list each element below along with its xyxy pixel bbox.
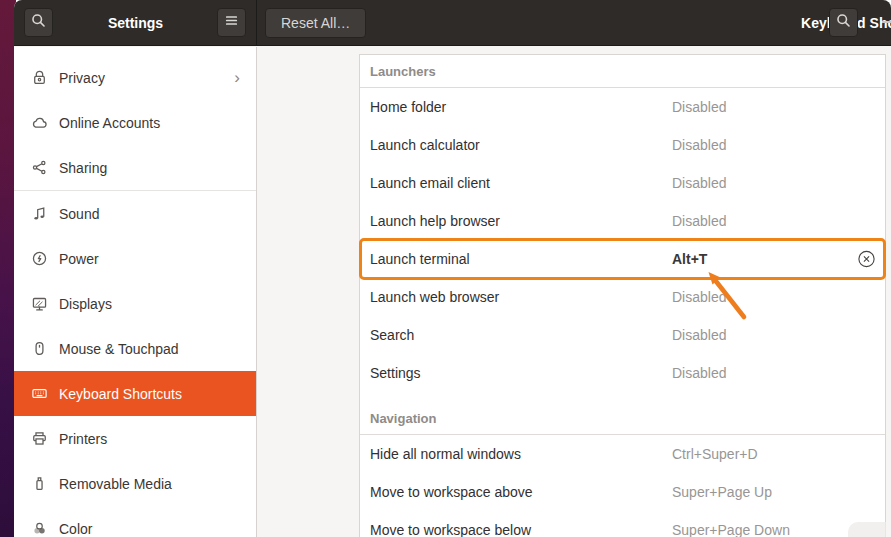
shortcut-row-launch-calculator[interactable]: Launch calculator Disabled	[360, 126, 885, 164]
sidebar-item-printers[interactable]: Printers	[14, 416, 256, 461]
shortcut-search-button[interactable]	[829, 8, 858, 37]
share-icon	[30, 159, 48, 177]
sidebar-item-label: Power	[59, 251, 99, 267]
shortcut-label: Launch web browser	[370, 289, 499, 305]
shortcut-row-search[interactable]: Search Disabled	[360, 316, 885, 354]
display-icon	[30, 295, 48, 313]
printer-icon	[30, 430, 48, 448]
shortcut-value: Disabled	[672, 327, 726, 343]
mouse-icon	[30, 340, 48, 358]
header-right: Reset All… Keyboard Shortcuts	[257, 0, 891, 45]
shortcut-label: Launch help browser	[370, 213, 500, 229]
header-bar: Settings Reset All… Keyboard Shortcuts	[14, 0, 891, 46]
shortcut-value: Disabled	[672, 175, 726, 191]
sidebar-item-label: Printers	[59, 431, 107, 447]
sidebar-item-removable-media[interactable]: Removable Media	[14, 461, 256, 506]
shortcut-row-hide-all-normal-windows[interactable]: Hide all normal windows Ctrl+Super+D	[360, 435, 885, 473]
sidebar-item-displays[interactable]: Displays	[14, 281, 256, 326]
shortcut-row-home-folder[interactable]: Home folder Disabled	[360, 88, 885, 126]
usb-drive-icon	[30, 475, 48, 493]
shortcut-value: Disabled	[672, 99, 726, 115]
shortcut-value: Super+Page Down	[672, 522, 790, 537]
cloud-icon	[30, 114, 48, 132]
shortcut-value: Disabled	[672, 289, 726, 305]
sidebar-item-label: Displays	[59, 296, 112, 312]
menu-button[interactable]	[217, 8, 246, 37]
sidebar-item-power[interactable]: Power	[14, 236, 256, 281]
sidebar-item-sound[interactable]: Sound	[14, 191, 256, 236]
sidebar-item-label: Online Accounts	[59, 115, 160, 131]
sidebar-item-label: Sharing	[59, 160, 107, 176]
minimize-icon[interactable]	[882, 21, 891, 23]
sidebar-item-label: Privacy	[59, 70, 105, 86]
sidebar-item-label: Keyboard Shortcuts	[59, 386, 182, 402]
keyboard-icon	[30, 385, 48, 403]
sidebar-item-label: Sound	[59, 206, 99, 222]
window-body: Privacy › Online Accounts	[14, 47, 891, 537]
sidebar-item-label: Mouse & Touchpad	[59, 341, 179, 357]
shortcut-value: Super+Page Up	[672, 484, 772, 500]
shortcut-label: Move to workspace below	[370, 522, 531, 537]
color-icon	[30, 520, 48, 537]
shortcut-value: Ctrl+Super+D	[672, 446, 758, 462]
sidebar-item-mouse-touchpad[interactable]: Mouse & Touchpad	[14, 326, 256, 371]
shortcut-row-move-to-workspace-above[interactable]: Move to workspace above Super+Page Up	[360, 473, 885, 511]
shortcut-value: Disabled	[672, 213, 726, 229]
shortcut-row-settings[interactable]: Settings Disabled	[360, 354, 885, 392]
header-left: Settings	[14, 0, 257, 45]
shortcut-value: Disabled	[672, 365, 726, 381]
shortcut-label: Launch email client	[370, 175, 490, 191]
shortcut-label: Home folder	[370, 99, 446, 115]
shortcut-row-launch-email-client[interactable]: Launch email client Disabled	[360, 164, 885, 202]
shortcut-label: Move to workspace above	[370, 484, 533, 500]
shortcut-value: Alt+T	[672, 251, 707, 267]
shortcut-row-launch-web-browser[interactable]: Launch web browser Disabled	[360, 278, 885, 316]
circled-x-icon	[857, 256, 876, 272]
clear-shortcut-button[interactable]	[857, 250, 876, 269]
sidebar-item-label: Removable Media	[59, 476, 172, 492]
shortcut-label: Search	[370, 327, 414, 343]
search-icon	[835, 12, 852, 33]
screen: Settings Reset All… Keyboard Shortcuts	[0, 0, 891, 537]
sidebar-item-online-accounts[interactable]: Online Accounts	[14, 100, 256, 145]
shortcut-row-move-to-workspace-below[interactable]: Move to workspace below Super+Page Down	[360, 511, 885, 537]
lock-icon	[30, 69, 48, 87]
sidebar-item-keyboard-shortcuts[interactable]: Keyboard Shortcuts	[14, 371, 256, 416]
shortcut-label: Hide all normal windows	[370, 446, 521, 462]
sidebar: Privacy › Online Accounts	[14, 47, 257, 537]
sidebar-item-label: Color	[59, 521, 92, 537]
shortcut-label: Settings	[370, 365, 421, 381]
section-header-launchers: Launchers	[360, 55, 885, 88]
power-icon	[30, 250, 48, 268]
scrollbar-corner-shade	[848, 522, 886, 537]
section-header-navigation: Navigation	[360, 402, 885, 435]
sidebar-item-color[interactable]: Color	[14, 506, 256, 537]
reset-all-button[interactable]: Reset All…	[265, 8, 366, 38]
chevron-right-icon: ›	[234, 69, 240, 86]
shortcut-row-launch-terminal[interactable]: Launch terminal Alt+T	[360, 240, 885, 278]
shortcut-value: Disabled	[672, 137, 726, 153]
shortcuts-panel: Launchers Home folder Disabled Launch ca…	[257, 47, 891, 537]
sidebar-item-sharing[interactable]: Sharing	[14, 145, 256, 190]
hamburger-icon	[223, 12, 240, 33]
shortcut-label: Launch terminal	[370, 251, 470, 267]
shortcut-row-launch-help-browser[interactable]: Launch help browser Disabled	[360, 202, 885, 240]
settings-window: Settings Reset All… Keyboard Shortcuts	[14, 0, 891, 537]
sound-icon	[30, 205, 48, 223]
shortcuts-list: Launchers Home folder Disabled Launch ca…	[359, 54, 886, 537]
sidebar-item-privacy[interactable]: Privacy ›	[14, 55, 256, 100]
shortcut-label: Launch calculator	[370, 137, 480, 153]
